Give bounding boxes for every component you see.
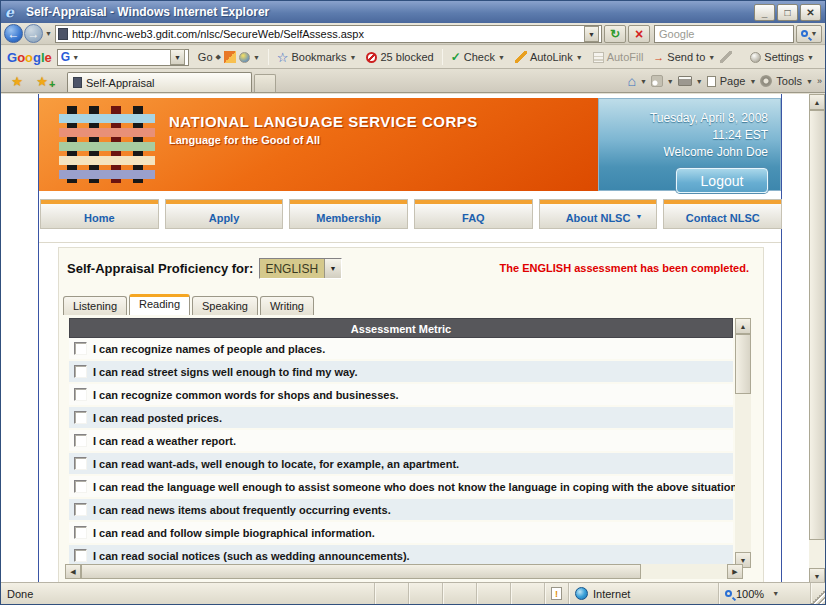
- title-bar: e Self-Appraisal - Windows Internet Expl…: [1, 1, 825, 23]
- metric-text: I can recognize common words for shops a…: [93, 389, 399, 401]
- nav-button[interactable]: Apply ▼: [165, 199, 284, 229]
- sendto-button[interactable]: → Send to ▼: [653, 51, 715, 63]
- spellcheck-button[interactable]: ✓ Check ▼: [451, 50, 505, 64]
- page-icon: [58, 28, 68, 40]
- bookmarks-button[interactable]: ☆ Bookmarks ▼: [277, 50, 357, 65]
- page-viewport: NATIONAL LANGUAGE SERVICE CORPS Language…: [1, 94, 811, 584]
- table-row: I can read a weather report.: [69, 430, 733, 453]
- scroll-right-icon[interactable]: ▶: [727, 564, 743, 579]
- check-icon: ✓: [451, 50, 461, 64]
- checkbox[interactable]: [74, 365, 87, 378]
- metric-text: I can read street signs well enough to f…: [93, 366, 357, 378]
- scroll-up-icon[interactable]: ▲: [735, 318, 751, 334]
- autolink-wand-icon: [515, 51, 527, 63]
- google-search-combo[interactable]: G ▼ ▼: [57, 49, 189, 66]
- minimize-button[interactable]: _: [754, 4, 775, 21]
- zoom-control[interactable]: 100% ▼: [719, 583, 811, 604]
- combo-dropdown-icon[interactable]: ▼: [72, 54, 79, 61]
- checkbox[interactable]: [74, 342, 87, 355]
- nav-button[interactable]: FAQ ▼: [414, 199, 533, 229]
- browser-tab-self-appraisal[interactable]: Self-Appraisal: [67, 72, 252, 92]
- settings-button[interactable]: Settings ▼: [750, 51, 814, 63]
- history-dropdown-icon[interactable]: ▼: [45, 30, 52, 37]
- zone-label: Internet: [593, 588, 630, 600]
- skill-tab[interactable]: Reading: [129, 294, 190, 315]
- table-rows: I can recognize names of people and plac…: [69, 338, 733, 568]
- favorites-button[interactable]: ★: [5, 72, 29, 91]
- assessment-table: Assessment Metric I can recognize names …: [69, 318, 733, 568]
- select-dropdown-icon[interactable]: ▼: [324, 259, 341, 278]
- browser-vertical-scrollbar[interactable]: ▲ ▼: [809, 94, 825, 584]
- security-report-cell[interactable]: !: [545, 583, 569, 604]
- page-menu[interactable]: Page: [720, 75, 746, 87]
- scroll-up-icon[interactable]: ▲: [809, 94, 825, 110]
- nav-button[interactable]: Contact NLSC ▼: [663, 199, 782, 229]
- address-field[interactable]: http://hvnc-web3.gdit.com/nlsc/SecureWeb…: [55, 25, 602, 43]
- checkbox[interactable]: [74, 503, 87, 516]
- skill-tabs: Listening Reading Speaking Writing: [63, 294, 314, 315]
- assessment-panel: Self-Appraisal Proficiency for: ENGLISH …: [58, 247, 764, 583]
- org-name: NATIONAL LANGUAGE SERVICE CORPS: [169, 113, 478, 130]
- printer-icon[interactable]: [678, 76, 692, 86]
- checkbox[interactable]: [74, 457, 87, 470]
- close-button[interactable]: ✕: [800, 4, 821, 21]
- nlsc-logo: [59, 106, 155, 183]
- search-input[interactable]: Google: [654, 25, 794, 43]
- forward-button[interactable]: →: [24, 24, 43, 43]
- checkbox[interactable]: [74, 549, 87, 562]
- search-options-icon[interactable]: ▼: [811, 30, 818, 37]
- home-icon[interactable]: ⌂: [627, 73, 635, 89]
- window-title: Self-Appraisal - Windows Internet Explor…: [26, 5, 754, 19]
- maximize-button[interactable]: □: [777, 4, 798, 21]
- popup-blocker-button[interactable]: 25 blocked: [366, 51, 433, 63]
- autolink-button[interactable]: AutoLink ▼: [515, 51, 583, 63]
- toolbar-overflow-icon[interactable]: »: [817, 76, 821, 86]
- table-row: I can read street signs well enough to f…: [69, 361, 733, 384]
- autofill-button: AutoFill: [593, 51, 644, 63]
- table-vertical-scrollbar[interactable]: ▲ ▼: [735, 318, 751, 568]
- skill-tab[interactable]: Writing: [260, 296, 314, 315]
- scrollbar-thumb[interactable]: [809, 110, 825, 540]
- resize-grip[interactable]: [811, 583, 825, 604]
- settings-sphere-icon: [750, 52, 761, 63]
- language-select[interactable]: ENGLISH ▼: [259, 258, 342, 279]
- nav-button-stripe: [290, 200, 407, 204]
- skill-tab[interactable]: Speaking: [192, 296, 258, 315]
- add-favorite-icon: ★+: [36, 74, 48, 89]
- checkbox[interactable]: [74, 411, 87, 424]
- checkbox[interactable]: [74, 480, 87, 493]
- tab-title: Self-Appraisal: [86, 77, 154, 89]
- refresh-button[interactable]: ↻: [604, 25, 626, 43]
- table-row: I can read news items about frequently o…: [69, 499, 733, 522]
- nav-button[interactable]: Home ▼: [40, 199, 159, 229]
- skill-tab[interactable]: Listening: [63, 296, 127, 315]
- checkbox[interactable]: [74, 526, 87, 539]
- nav-button[interactable]: About NLSC ▼: [539, 199, 658, 229]
- zoom-level: 100%: [736, 588, 764, 600]
- checkbox[interactable]: [74, 434, 87, 447]
- stop-icon: ×: [635, 26, 643, 42]
- new-tab-stub[interactable]: [254, 74, 276, 92]
- nav-button[interactable]: Membership ▼: [289, 199, 408, 229]
- checkbox[interactable]: [74, 388, 87, 401]
- metric-text: I can read want-ads, well enough to loca…: [93, 458, 459, 470]
- zoom-dropdown-icon[interactable]: ▼: [772, 590, 779, 597]
- back-button[interactable]: ←: [4, 24, 23, 43]
- metric-text: I can read the language well enough to a…: [93, 481, 746, 493]
- nav-button-stripe: [664, 200, 781, 204]
- table-horizontal-scrollbar[interactable]: ◀ ▶: [65, 564, 743, 579]
- stop-button[interactable]: ×: [628, 25, 650, 43]
- scrollbar-thumb[interactable]: [735, 334, 751, 394]
- scrollbar-thumb[interactable]: [81, 564, 641, 579]
- add-favorite-button[interactable]: ★+: [30, 72, 54, 91]
- scroll-left-icon[interactable]: ◀: [65, 564, 81, 579]
- welcome-text: Welcome John Doe: [599, 145, 768, 159]
- tools-menu[interactable]: Tools: [776, 75, 802, 87]
- search-button[interactable]: ▼: [796, 25, 822, 43]
- address-dropdown-icon[interactable]: ▼: [584, 26, 599, 42]
- table-row: I can recognize names of people and plac…: [69, 338, 733, 361]
- metric-text: I can read a weather report.: [93, 435, 236, 447]
- combo-arrow-icon[interactable]: ▼: [170, 49, 185, 65]
- go-button[interactable]: Go ◆ ▼: [198, 51, 260, 63]
- logout-button[interactable]: Logout: [676, 168, 768, 193]
